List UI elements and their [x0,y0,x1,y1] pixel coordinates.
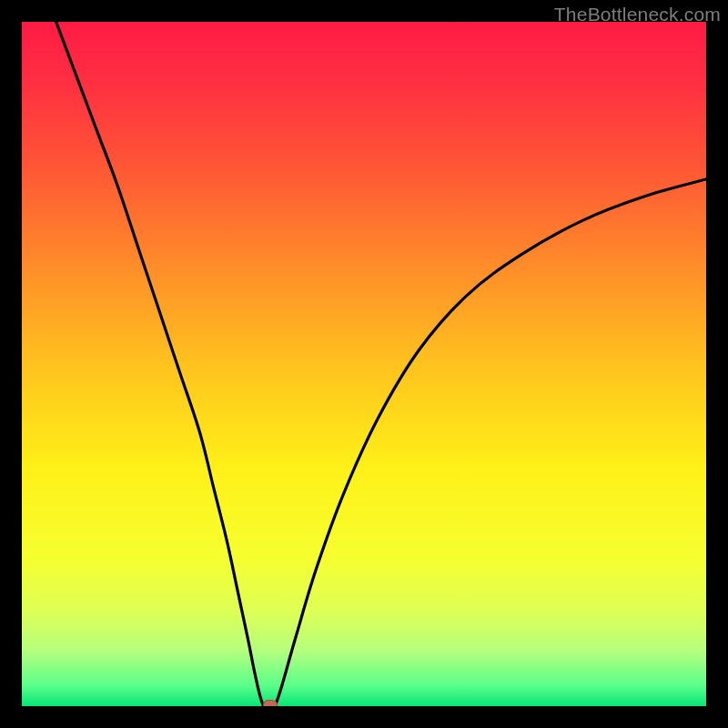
chart-frame [22,22,706,706]
gradient-bg [22,22,706,706]
watermark-text: TheBottleneck.com [554,4,721,25]
marker-dot [263,701,277,707]
bottleneck-chart [22,22,706,706]
